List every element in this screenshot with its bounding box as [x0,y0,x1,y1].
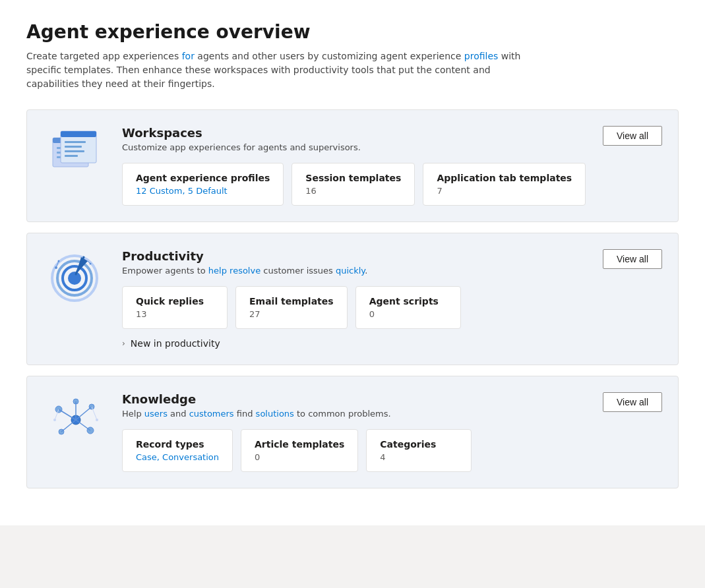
card-value: 12 Custom, 5 Default [136,186,270,196]
card-value: 27 [249,309,334,319]
workspaces-icon [43,126,109,179]
card-value: 13 [136,309,214,319]
card-value: 7 [437,186,572,196]
knowledge-view-all-button[interactable]: View all [603,392,662,412]
card-title: Email templates [249,296,334,307]
svg-rect-10 [65,155,78,157]
categories-card[interactable]: Categories 4 [366,429,472,472]
card-title: Application tab templates [437,173,572,183]
session-templates-card[interactable]: Session templates 16 [291,163,415,206]
svg-rect-9 [65,150,84,152]
page-container: Agent experience overview Create targete… [0,0,705,525]
knowledge-section: Knowledge Help users and customers find … [26,376,679,488]
knowledge-content: Knowledge Help users and customers find … [122,392,662,472]
card-title: Article templates [255,439,344,450]
svg-line-36 [92,407,97,420]
productivity-title: Productivity [122,249,367,263]
card-value: 4 [380,452,458,462]
card-value: 0 [255,452,344,462]
svg-line-30 [61,420,76,432]
productivity-title-block: Productivity Empower agents to help reso… [122,249,367,276]
workspaces-title-block: Workspaces Customize app experiences for… [122,126,361,152]
chevron-right-icon: › [122,339,125,348]
link-quickly[interactable]: quickly [336,266,365,276]
knowledge-title: Knowledge [122,392,391,406]
new-in-productivity-label: New in productivity [131,338,220,349]
knowledge-header: Knowledge Help users and customers find … [122,392,662,419]
knowledge-desc: Help users and customers find solutions … [122,409,391,419]
svg-line-28 [59,409,76,420]
link-help[interactable]: help resolve [208,266,261,276]
workspaces-view-all-button[interactable]: View all [603,126,662,146]
knowledge-icon [43,392,109,445]
new-in-productivity-toggle[interactable]: › New in productivity [122,338,662,349]
svg-rect-7 [65,141,86,143]
card-value: 0 [369,309,447,319]
workspaces-header: Workspaces Customize app experiences for… [122,126,662,152]
card-title: Record types [136,439,219,450]
link-customers[interactable]: customers [189,409,234,419]
productivity-section: Productivity Empower agents to help reso… [26,233,679,365]
card-value: Case, Conversation [136,452,219,462]
page-subtitle: Create targeted app experiences for agen… [26,49,528,91]
workspaces-desc: Customize app experiences for agents and… [122,142,361,152]
page-title: Agent experience overview [26,21,679,43]
article-templates-card[interactable]: Article templates 0 [241,429,358,472]
card-title: Session templates [305,173,401,183]
workspaces-content: Workspaces Customize app experiences for… [122,126,662,206]
card-title: Agent experience profiles [136,173,270,183]
card-title: Agent scripts [369,296,447,307]
card-title: Quick replies [136,296,214,307]
knowledge-title-block: Knowledge Help users and customers find … [122,392,391,419]
card-title: Categories [380,439,458,450]
card-value: 16 [305,186,401,196]
svg-rect-6 [61,131,96,137]
productivity-view-all-button[interactable]: View all [603,249,662,269]
workspaces-title: Workspaces [122,126,361,140]
productivity-header: Productivity Empower agents to help reso… [122,249,662,276]
link-for[interactable]: for [182,51,195,61]
productivity-icon [43,249,109,302]
productivity-content: Productivity Empower agents to help reso… [122,249,662,349]
svg-rect-8 [65,146,82,148]
application-tab-templates-card[interactable]: Application tab templates 7 [423,163,586,206]
link-users[interactable]: users [144,409,168,419]
svg-line-29 [76,407,92,420]
productivity-cards-row: Quick replies 13 Email templates 27 Agen… [122,286,662,329]
productivity-desc: Empower agents to help resolve customer … [122,266,367,276]
workspaces-cards-row: Agent experience profiles 12 Custom, 5 D… [122,163,662,206]
workspaces-section: Workspaces Customize app experiences for… [26,109,679,222]
knowledge-cards-row: Record types Case, Conversation Article … [122,429,662,472]
svg-line-31 [76,420,90,430]
record-types-card[interactable]: Record types Case, Conversation [122,429,233,472]
link-solutions[interactable]: solutions [256,409,294,419]
agent-scripts-card[interactable]: Agent scripts 0 [355,286,461,329]
agent-experience-profiles-card[interactable]: Agent experience profiles 12 Custom, 5 D… [122,163,284,206]
svg-point-14 [68,272,81,285]
email-templates-card[interactable]: Email templates 27 [235,286,348,329]
quick-replies-card[interactable]: Quick replies 13 [122,286,228,329]
link-profiles[interactable]: profiles [464,51,499,61]
